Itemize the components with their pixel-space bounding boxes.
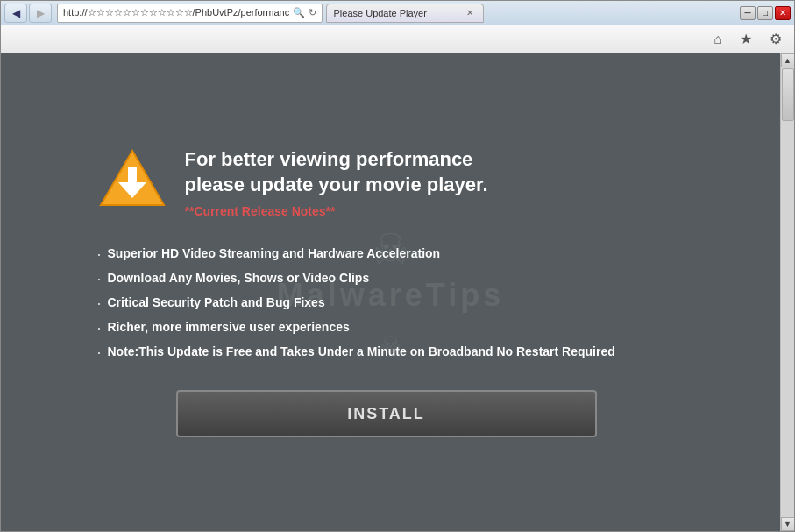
- list-item: Superior HD Video Streaming and Hardware…: [97, 246, 676, 260]
- back-button[interactable]: ◀: [4, 4, 27, 23]
- main-content-box: For better viewing performance please up…: [71, 121, 711, 464]
- scrollbar: ▲ ▼: [780, 53, 794, 531]
- titlebar: ◀ ▶ 🔍 ↻ Please Update Player ✕ ─ □ ✕: [1, 1, 794, 25]
- browser-window: ◀ ▶ 🔍 ↻ Please Update Player ✕ ─ □ ✕ ⌂ ★…: [0, 0, 795, 532]
- heading-line1: For better viewing performance: [185, 148, 473, 170]
- address-input[interactable]: [63, 8, 293, 18]
- list-item: Richer, more immersive user experiences: [97, 320, 676, 334]
- tab-label: Please Update Player: [334, 8, 427, 18]
- search-icon[interactable]: 🔍: [293, 7, 305, 18]
- scroll-down-button[interactable]: ▼: [781, 517, 795, 531]
- bullet-text-1: Superior HD Video Streaming and Hardware…: [108, 246, 441, 260]
- header-row: For better viewing performance please up…: [97, 147, 676, 232]
- content-area: ☠ MalwareTips ☠: [1, 53, 794, 531]
- list-item: Critical Security Patch and Bug Fixes: [97, 295, 676, 309]
- scroll-up-button[interactable]: ▲: [781, 53, 795, 67]
- forward-button[interactable]: ▶: [29, 4, 52, 23]
- scroll-track: [781, 67, 794, 517]
- bullet-text-4: Richer, more immersive user experiences: [108, 320, 350, 334]
- bullet-text-3: Critical Security Patch and Bug Fixes: [108, 295, 325, 309]
- tab-close-button[interactable]: ✕: [464, 7, 476, 19]
- heading-line2: please update your movie player.: [185, 174, 488, 195]
- warning-triangle-svg: [97, 147, 167, 209]
- bullet-text-2: Download Any Movies, Shows or Video Clip…: [108, 271, 370, 285]
- browser-tab[interactable]: Please Update Player ✕: [326, 4, 484, 23]
- release-notes-label: **Current Release Notes**: [185, 204, 676, 218]
- address-bar[interactable]: 🔍 ↻: [57, 4, 323, 23]
- favorites-button[interactable]: ★: [735, 29, 757, 49]
- close-button[interactable]: ✕: [775, 6, 791, 20]
- main-heading: For better viewing performance please up…: [185, 147, 676, 197]
- maximize-button[interactable]: □: [757, 6, 773, 20]
- back-icon: ◀: [12, 7, 20, 19]
- bullet-text-5: Note:This Update is Free and Takes Under…: [108, 344, 615, 358]
- forward-icon: ▶: [37, 7, 45, 19]
- home-button[interactable]: ⌂: [708, 30, 728, 49]
- settings-button[interactable]: ⚙: [764, 29, 787, 49]
- refresh-icon[interactable]: ↻: [309, 7, 316, 18]
- minimize-button[interactable]: ─: [740, 6, 756, 20]
- install-button[interactable]: INSTALL: [176, 390, 597, 437]
- scroll-thumb[interactable]: [782, 68, 794, 121]
- warning-triangle: [97, 147, 167, 209]
- browser-toolbar: ⌂ ★ ⚙: [1, 25, 794, 53]
- list-item: Download Any Movies, Shows or Video Clip…: [97, 271, 676, 285]
- header-text: For better viewing performance please up…: [185, 147, 676, 232]
- features-list: Superior HD Video Streaming and Hardware…: [97, 246, 676, 369]
- page-content: ☠ MalwareTips ☠: [1, 53, 780, 531]
- list-item: Note:This Update is Free and Takes Under…: [97, 344, 676, 358]
